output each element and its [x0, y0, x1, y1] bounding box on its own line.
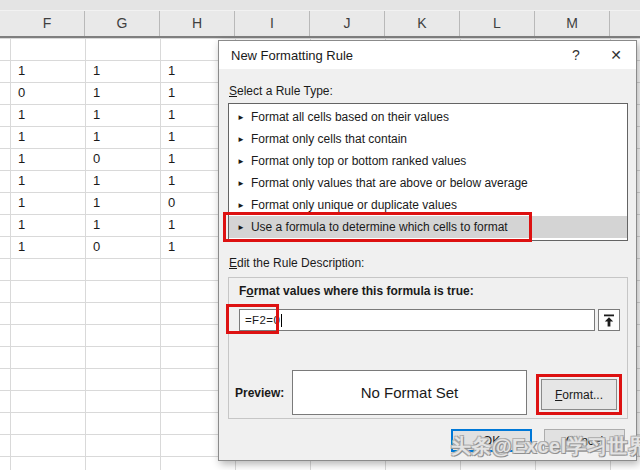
cell-value: 1: [168, 170, 175, 192]
cell-value: 1: [93, 126, 100, 148]
collapse-dialog-icon: [603, 314, 615, 327]
cell-value: 1: [93, 104, 100, 126]
formula-input[interactable]: =F2=0: [239, 309, 595, 331]
column-header: L: [460, 11, 535, 36]
column-header: J: [310, 11, 385, 36]
column-header: K: [385, 11, 460, 36]
preview-label: Preview:: [235, 386, 284, 400]
cell-value: 1: [93, 214, 100, 236]
text-cursor: [281, 314, 282, 327]
rule-bullet-icon: ►: [237, 135, 245, 144]
cell-value: 1: [18, 60, 25, 82]
column-header-row: FGHIJKLM: [0, 11, 640, 38]
dialog-title: New Formatting Rule: [231, 48, 556, 63]
select-rule-type-label: Select a Rule Type:: [229, 84, 333, 98]
rule-description-groupbox: Format values where this formula is true…: [228, 277, 628, 419]
cell-value: 1: [18, 104, 25, 126]
cell-value: 0: [168, 192, 175, 214]
rule-type-option-label: Format only cells that contain: [251, 132, 407, 146]
edit-rule-description-label: Edit the Rule Description:: [229, 256, 364, 270]
cell-value: 1: [93, 170, 100, 192]
cell-value: 1: [93, 192, 100, 214]
cell-value: 1: [18, 214, 25, 236]
rule-bullet-icon: ►: [237, 179, 245, 188]
preview-box: No Format Set: [292, 370, 527, 415]
rule-type-option-label: Format only unique or duplicate values: [251, 198, 457, 212]
rule-type-option[interactable]: ►Format only top or bottom ranked values: [229, 150, 627, 172]
cell-value: 0: [93, 148, 100, 170]
rule-type-option[interactable]: ►Format only cells that contain: [229, 128, 627, 150]
column-header: M: [535, 11, 610, 36]
cell-value: 1: [168, 236, 175, 258]
cell-value: 1: [18, 148, 25, 170]
collapse-dialog-button[interactable]: [598, 309, 620, 331]
cell-value: 1: [168, 148, 175, 170]
cell-value: 1: [93, 60, 100, 82]
rule-type-option-label: Format only top or bottom ranked values: [251, 154, 466, 168]
sheet-top-strip: [0, 0, 640, 11]
formula-label: Format values where this formula is true…: [239, 284, 474, 298]
rule-type-option-label: Format all cells based on their values: [251, 110, 449, 124]
rule-type-option[interactable]: ►Format only unique or duplicate values: [229, 194, 627, 216]
rule-bullet-icon: ►: [237, 223, 245, 232]
rule-type-option[interactable]: ►Format only values that are above or be…: [229, 172, 627, 194]
rule-type-option-label: Use a formula to determine which cells t…: [251, 220, 508, 234]
column-header: I: [235, 11, 310, 36]
cell-value: 1: [18, 126, 25, 148]
rule-bullet-icon: ►: [237, 157, 245, 166]
cell-value: 0: [18, 82, 25, 104]
column-header: H: [160, 11, 235, 36]
cell-value: 1: [18, 170, 25, 192]
rule-type-option[interactable]: ►Use a formula to determine which cells …: [229, 216, 627, 238]
column-header: G: [85, 11, 160, 36]
cell-value: 0: [93, 236, 100, 258]
cell-value: 1: [168, 104, 175, 126]
cell-value: 1: [168, 126, 175, 148]
new-formatting-rule-dialog: New Formatting Rule ? ✕ Select a Rule Ty…: [218, 40, 637, 461]
cell-value: 1: [93, 82, 100, 104]
cell-value: 1: [168, 82, 175, 104]
cell-value: 1: [18, 236, 25, 258]
cell-value: 1: [168, 60, 175, 82]
rule-type-listbox[interactable]: ►Format all cells based on their values►…: [228, 103, 628, 241]
watermark: 头条@Excel学习世界: [451, 433, 640, 460]
rule-bullet-icon: ►: [237, 113, 245, 122]
rule-bullet-icon: ►: [237, 201, 245, 210]
preview-text: No Format Set: [361, 384, 459, 401]
help-icon[interactable]: ?: [556, 41, 596, 69]
close-icon[interactable]: ✕: [596, 41, 636, 69]
rule-type-option[interactable]: ►Format all cells based on their values: [229, 106, 627, 128]
rule-type-option-label: Format only values that are above or bel…: [251, 176, 528, 190]
cell-value: 1: [168, 214, 175, 236]
cell-value: 1: [18, 192, 25, 214]
column-header: F: [10, 11, 85, 36]
format-button[interactable]: Format...: [541, 379, 617, 410]
dialog-titlebar: New Formatting Rule ? ✕: [219, 41, 636, 69]
